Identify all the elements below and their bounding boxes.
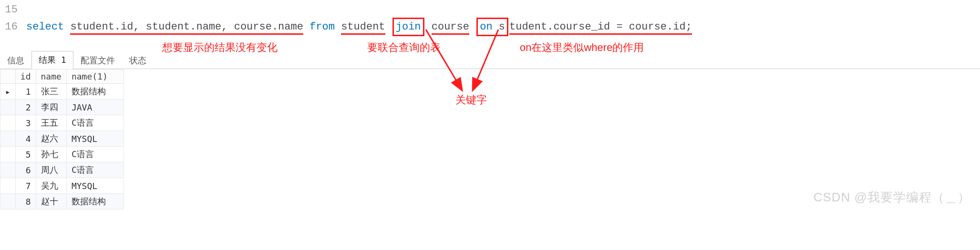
cell-name[interactable]: 孙七 <box>36 147 66 162</box>
annotation-keywords: 关键字 <box>455 93 487 107</box>
line-number: 15 <box>0 2 26 18</box>
keyword-from: from <box>309 21 335 33</box>
cell-name[interactable]: 王五 <box>36 115 66 131</box>
boxed-join: join <box>392 18 424 36</box>
cell-name[interactable]: 周八 <box>36 162 66 178</box>
header-marker <box>0 70 16 84</box>
table-row[interactable]: 6周八C语言 <box>0 162 124 178</box>
cell-name1[interactable]: C语言 <box>66 115 124 131</box>
cell-name1[interactable]: MYSQL <box>66 131 124 147</box>
cell-name[interactable]: 赵十 <box>36 194 66 210</box>
results-tabs: 信息 结果 1 配置文件 状态 <box>0 50 980 69</box>
code-content[interactable]: select student.id, student.name, course.… <box>26 18 692 36</box>
cell-name1[interactable]: C语言 <box>66 147 124 162</box>
cell-name1[interactable]: MYSQL <box>66 178 124 194</box>
table-row[interactable]: 2李四JAVA <box>0 100 124 115</box>
row-marker <box>0 115 16 131</box>
cell-id[interactable]: 8 <box>15 194 36 210</box>
table-header-row: id name name(1) <box>0 70 124 84</box>
header-id[interactable]: id <box>15 70 36 84</box>
cell-name1[interactable]: 数据结构 <box>66 194 124 210</box>
cell-name[interactable]: 张三 <box>36 84 66 100</box>
table-row[interactable]: 7吴九MYSQL <box>0 178 124 194</box>
boxed-on: on s <box>476 18 508 36</box>
table-row[interactable]: ▸1张三数据结构 <box>0 84 124 100</box>
cell-name1[interactable]: C语言 <box>66 162 124 178</box>
code-line-15: 15 <box>0 2 980 18</box>
tab-profile[interactable]: 配置文件 <box>73 51 122 69</box>
table-row[interactable]: 4赵六MYSQL <box>0 131 124 147</box>
keyword-select: select <box>26 21 64 33</box>
header-name1[interactable]: name(1) <box>66 70 124 84</box>
row-marker: ▸ <box>0 84 16 100</box>
cell-id[interactable]: 7 <box>15 178 36 194</box>
join-condition: tudent.course_id = course.id; <box>509 21 692 33</box>
cell-id[interactable]: 4 <box>15 131 36 147</box>
table-row[interactable]: 8赵十数据结构 <box>0 194 124 210</box>
cell-name1[interactable]: 数据结构 <box>66 84 124 100</box>
cell-name1[interactable]: JAVA <box>66 100 124 115</box>
keyword-on: on <box>480 21 492 33</box>
cell-name[interactable]: 吴九 <box>36 178 66 194</box>
code-line-16: 16 select student.id, student.name, cour… <box>0 18 980 36</box>
row-marker <box>0 178 16 194</box>
cell-name[interactable]: 李四 <box>36 100 66 115</box>
table-row[interactable]: 5孙七C语言 <box>0 147 124 162</box>
cell-id[interactable]: 3 <box>15 115 36 131</box>
row-marker <box>0 131 16 147</box>
cell-id[interactable]: 6 <box>15 162 36 178</box>
row-marker <box>0 194 16 210</box>
select-columns: student.id, student.name, course.name <box>70 21 303 33</box>
table-row[interactable]: 3王五C语言 <box>0 115 124 131</box>
watermark: CSDN @我要学编程（＿） <box>814 189 970 206</box>
results-table[interactable]: id name name(1) ▸1张三数据结构2李四JAVA3王五C语言4赵六… <box>0 69 124 210</box>
tab-status[interactable]: 状态 <box>122 51 154 69</box>
keyword-join: join <box>396 21 421 33</box>
cond-prefix: s <box>499 21 505 33</box>
cell-id[interactable]: 2 <box>15 100 36 115</box>
cell-id[interactable]: 1 <box>15 84 36 100</box>
table-student: student <box>341 21 385 33</box>
row-marker <box>0 162 16 178</box>
header-name[interactable]: name <box>36 70 66 84</box>
cell-name[interactable]: 赵六 <box>36 131 66 147</box>
tab-info[interactable]: 信息 <box>0 51 31 69</box>
code-editor: 15 16 select student.id, student.name, c… <box>0 0 980 38</box>
table-course: course <box>432 21 469 33</box>
cell-id[interactable]: 5 <box>15 147 36 162</box>
row-marker <box>0 100 16 115</box>
tab-result1[interactable]: 结果 1 <box>31 51 73 69</box>
row-marker <box>0 147 16 162</box>
line-number: 16 <box>0 19 26 35</box>
